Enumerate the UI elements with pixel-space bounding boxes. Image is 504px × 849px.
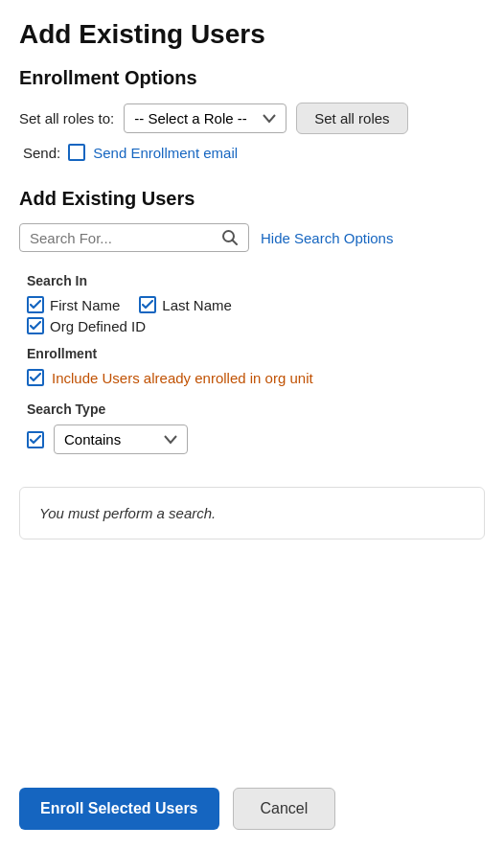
last-name-checkbox[interactable] <box>139 296 156 313</box>
set-roles-label: Set all roles to: <box>19 110 114 126</box>
checkmark-icon <box>142 300 153 310</box>
first-name-label: First Name <box>50 297 120 313</box>
info-message: You must perform a search. <box>39 505 216 521</box>
checkmark-icon <box>30 321 41 331</box>
send-row: Send: Send Enrollment email <box>23 144 485 161</box>
svg-line-1 <box>233 241 238 245</box>
cancel-button[interactable]: Cancel <box>233 788 336 830</box>
checkmark-icon <box>30 373 41 382</box>
last-name-label: Last Name <box>162 297 232 313</box>
send-label: Send: <box>23 145 60 161</box>
add-existing-users-heading: Add Existing Users <box>19 188 485 210</box>
search-icon <box>221 229 239 246</box>
set-all-roles-button[interactable]: Set all roles <box>296 103 407 134</box>
search-type-label: Search Type <box>27 402 485 417</box>
page-title: Add Existing Users <box>19 19 485 50</box>
search-in-label: Search In <box>27 273 485 288</box>
enrollment-section: Enrollment Include Users already enrolle… <box>27 346 485 386</box>
info-box: You must perform a search. <box>19 487 485 539</box>
search-type-checkbox[interactable] <box>27 431 44 448</box>
org-defined-id-label: Org Defined ID <box>50 318 146 334</box>
spacer <box>19 555 485 774</box>
hide-search-options-link[interactable]: Hide Search Options <box>261 230 393 246</box>
footer-buttons: Enroll Selected Users Cancel <box>19 774 485 849</box>
enroll-selected-users-button[interactable]: Enroll Selected Users <box>19 788 219 830</box>
role-select[interactable]: -- Select a Role -- <box>124 103 286 133</box>
search-in-group: First Name Last Name <box>27 296 485 313</box>
include-enrolled-label: Include Users already enrolled in org un… <box>52 370 313 386</box>
enrollment-options-heading: Enrollment Options <box>19 67 485 89</box>
checkmark-icon <box>30 300 41 310</box>
set-roles-row: Set all roles to: -- Select a Role -- Se… <box>19 103 485 134</box>
org-defined-id-row: Org Defined ID <box>27 317 485 334</box>
send-email-checkbox[interactable] <box>68 144 85 161</box>
search-input-wrapper <box>19 223 249 252</box>
search-type-section: Search Type Contains <box>27 402 485 454</box>
first-name-row: First Name <box>27 296 120 313</box>
include-enrolled-row: Include Users already enrolled in org un… <box>27 369 485 386</box>
search-options-panel: Search In First Name Last Name <box>19 267 485 454</box>
search-bar-row: Hide Search Options <box>19 223 485 252</box>
search-type-select[interactable]: Contains <box>54 424 188 454</box>
search-input[interactable] <box>30 230 216 246</box>
page-container: Add Existing Users Enrollment Options Se… <box>0 0 504 849</box>
add-existing-users-section: Add Existing Users Hide Search Options S… <box>19 188 485 462</box>
enrollment-label: Enrollment <box>27 346 485 361</box>
checkmark-icon <box>30 435 41 445</box>
first-name-checkbox[interactable] <box>27 296 44 313</box>
search-icon-button[interactable] <box>216 229 239 246</box>
last-name-row: Last Name <box>139 296 232 313</box>
include-enrolled-checkbox[interactable] <box>27 369 44 386</box>
send-email-label: Send Enrollment email <box>93 145 238 161</box>
enrollment-options-section: Enrollment Options Set all roles to: -- … <box>19 67 485 171</box>
contains-select-row: Contains <box>27 424 485 454</box>
org-defined-id-checkbox[interactable] <box>27 317 44 334</box>
